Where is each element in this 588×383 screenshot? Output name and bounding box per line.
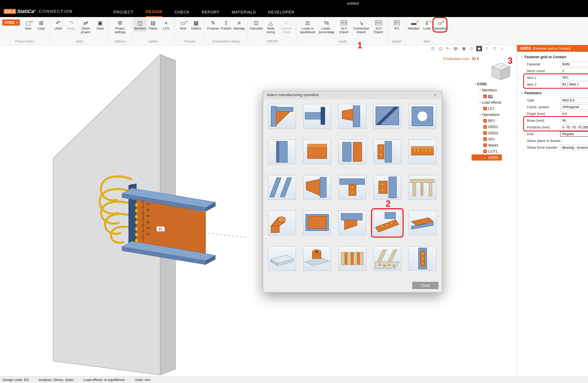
new-button[interactable]: ▢New (22, 19, 34, 31)
operation-tile-cleat[interactable] (373, 139, 401, 164)
checkbox-checked[interactable]: ✓ (483, 150, 487, 153)
loads-in-equilibrium-button[interactable]: ⚖Loads in equilibrium (299, 19, 316, 35)
operation-tile-bolted-angle[interactable] (373, 175, 401, 200)
tab-check[interactable]: CHECK (174, 7, 189, 17)
origin-mm-input[interactable]: 0 0 (560, 111, 588, 116)
tab-report[interactable]: REPORT (202, 7, 220, 17)
positions-mm-input[interactable]: 0 -70 -70 -70 280 70 70 (560, 125, 588, 130)
home-view-icon[interactable]: ⌂ (499, 46, 505, 51)
calculate-button[interactable]: ⊡Calculate (250, 19, 262, 31)
operation-tile-cone[interactable] (303, 175, 331, 200)
items-count-input[interactable]: 2 (560, 68, 588, 74)
plates-button[interactable]: ▤Plates (147, 19, 159, 31)
project-item-selector[interactable]: CON1▾ (2, 20, 20, 26)
type-select[interactable]: M20 8.8 (560, 98, 588, 103)
operation-tile-contact[interactable] (409, 211, 436, 235)
publish-button[interactable]: ⇧Publish (220, 19, 232, 31)
tree-item-members[interactable]: ▾Members (472, 87, 516, 93)
view-top-icon[interactable]: □ (484, 46, 490, 51)
operation-tile-panel[interactable] (303, 211, 331, 235)
member-button[interactable]: ▬Member (408, 19, 420, 31)
operation-tile-workplane[interactable] (409, 175, 436, 200)
checkbox-checked[interactable]: ✓ (483, 144, 487, 147)
fastener-select[interactable]: Bolts (560, 62, 588, 67)
operation-tile-stiffening-box[interactable] (338, 246, 366, 271)
connection-import-button[interactable]: ↘Connection Import (352, 19, 370, 35)
operation-tile-pipe-bend[interactable] (268, 211, 296, 235)
operation-tile-cut[interactable] (268, 139, 296, 164)
dialog-close-icon[interactable]: × (432, 93, 439, 97)
operation-tile-truss[interactable] (373, 246, 401, 271)
tree-item-weld1[interactable]: ✓Weld1 (472, 142, 516, 148)
members-button[interactable]: ◫Members (134, 19, 146, 31)
weld-sizing-button[interactable]: △Weld sizing (263, 19, 278, 35)
item-1-select[interactable]: SP1 (560, 75, 588, 81)
tree-item-load-effects[interactable]: ▾Load effects (472, 99, 516, 106)
checkbox-checked[interactable]: ✓ (483, 131, 487, 135)
select-cursor-icon[interactable]: ↖▾ (445, 46, 451, 51)
manage-button[interactable]: ≡Manage (233, 19, 245, 31)
shear-force-transfer-select[interactable]: Bearing - tension/shear interaction (560, 145, 588, 150)
operation-tile-stiffener[interactable] (373, 104, 401, 128)
copy-button[interactable]: ⊞Copy (35, 19, 47, 31)
checkbox-checked[interactable]: ✓ (560, 138, 564, 143)
window-zoom-icon[interactable]: ▧▾ (453, 46, 459, 51)
view-axonometry-icon[interactable]: ◇ (468, 46, 474, 51)
checkbox-checked[interactable]: ✓ (483, 107, 487, 110)
zoom-fit-icon[interactable]: ◱ (438, 46, 444, 51)
coord-system-select[interactable]: Orthogonal (560, 104, 588, 110)
ifc-button[interactable]: IFCIFC (391, 19, 403, 31)
tab-design[interactable]: DESIGN (146, 7, 162, 17)
measure-icon[interactable]: ◰ (430, 46, 436, 51)
operation-tile-plate[interactable] (303, 139, 331, 164)
checkbox-checked[interactable]: ✓ (483, 95, 487, 98)
operation-tile-stub-bolted[interactable] (409, 139, 436, 164)
view-front-icon[interactable]: ◆ (476, 46, 482, 51)
operation-tile-end-plate[interactable] (303, 104, 331, 128)
checkbox-checked[interactable]: ✓ (483, 137, 487, 141)
overall-check-button[interactable]: ✓Overall check (279, 19, 294, 35)
dialog-titlebar[interactable]: Select manufacturing operation × (263, 91, 442, 99)
tab-materials[interactable]: MATERIALS (232, 7, 256, 17)
new-button[interactable]: ▭New (177, 19, 189, 31)
redo-button[interactable]: ↷Redo (65, 19, 77, 31)
share-project-button[interactable]: ⇄Share project (78, 19, 93, 35)
operation-tile-fastener-grid[interactable] (373, 211, 401, 235)
tree-item-grd2[interactable]: ✓GRD2 (472, 130, 516, 136)
view-gallery-icon[interactable]: ▦ (461, 46, 467, 51)
tree-item-cut1[interactable]: ✓CUT1 (472, 148, 516, 154)
load-button[interactable]: ⇓Load (421, 19, 433, 31)
dialog-close-button[interactable]: Close (412, 282, 439, 289)
xls-export-button[interactable]: XLSXLS Export (371, 19, 386, 35)
operation-tile-pipe-joint[interactable] (303, 246, 331, 271)
clip-planes-icon[interactable]: ▽ (491, 46, 497, 51)
checkbox-checked[interactable]: ✓ (483, 125, 487, 129)
undo-button[interactable]: ↶Undo (52, 19, 64, 31)
checkbox-checked[interactable]: ✓ (483, 119, 487, 123)
operation-tile-seat[interactable] (338, 211, 366, 235)
propose-button[interactable]: ✎Propose (207, 19, 219, 31)
tab-developer[interactable]: DEVELOPER (268, 7, 294, 17)
rows-mm-input[interactable]: 90 (560, 118, 588, 123)
operation-tile-splice[interactable] (338, 139, 366, 164)
checkbox-checked[interactable]: ✓ (483, 156, 487, 159)
operation-tile-web-splice[interactable] (409, 246, 436, 271)
operation-tile-opening[interactable] (409, 104, 436, 128)
save-button[interactable]: ▣Save (94, 19, 106, 31)
tree-item-b1[interactable]: ✓B1 (472, 93, 516, 99)
loads-percentage-button[interactable]: %Loads - percentage (317, 19, 336, 35)
tree-item-bp1[interactable]: ✓BP1 (472, 118, 516, 124)
tree-item-grd1[interactable]: ✓GRD1 (472, 124, 516, 130)
operation-button[interactable]: ▱Operation (434, 19, 446, 31)
grid-select[interactable]: Regular (560, 131, 588, 137)
operation-tile-stub[interactable] (338, 104, 366, 128)
tree-item-operations[interactable]: ▾Operations (472, 112, 516, 118)
lcs-button[interactable]: ⌖LCS (160, 19, 172, 31)
tree-item-con1[interactable]: ▾CON1 (472, 81, 516, 87)
tree-item-grd3[interactable]: ✓GRD3 (472, 154, 502, 161)
item-2-select[interactable]: B1 | Web 1 (560, 82, 588, 87)
project-settings-button[interactable]: ⚙Project settings (111, 19, 129, 35)
operation-tile-gusset[interactable] (268, 175, 296, 200)
tab-project[interactable]: PROJECT (113, 7, 133, 17)
operation-tile-base-plate[interactable] (268, 246, 296, 271)
